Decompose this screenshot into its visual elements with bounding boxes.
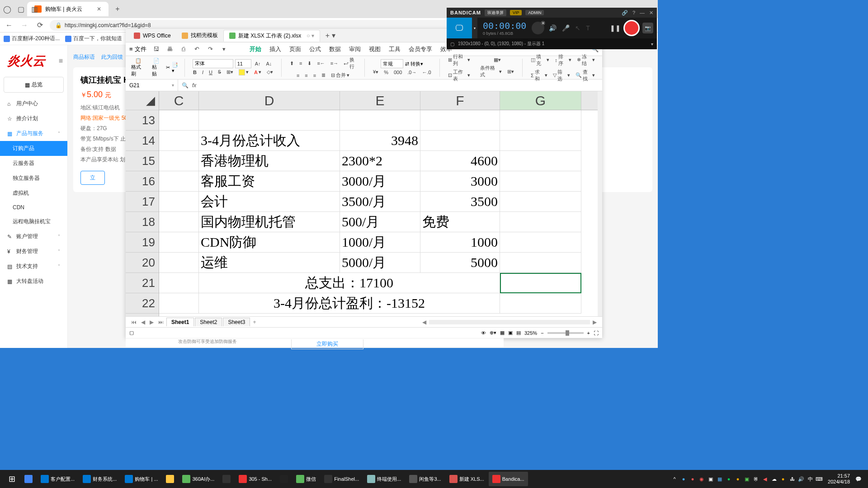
fullscreen-icon[interactable]: ⛶ bbox=[594, 330, 599, 336]
normal-view-icon[interactable]: ▦ bbox=[500, 330, 505, 336]
taskbar-task[interactable] bbox=[219, 472, 234, 486]
screen-mode-button[interactable]: 🖵 bbox=[447, 18, 472, 38]
help-icon[interactable]: ? bbox=[632, 10, 635, 16]
align-right-icon[interactable]: ≡ bbox=[311, 72, 318, 79]
format-brush-label[interactable]: 格式刷 bbox=[131, 64, 146, 77]
font-select[interactable] bbox=[193, 59, 233, 68]
chevron-down-icon[interactable]: ▾ bbox=[172, 83, 174, 88]
redo-icon[interactable]: ↷ bbox=[207, 46, 214, 53]
menu-会员专享[interactable]: 会员专享 bbox=[409, 45, 432, 53]
taskbar-task[interactable]: 闲鱼等3... bbox=[406, 472, 444, 486]
row-header-15[interactable]: 15 bbox=[126, 151, 159, 171]
overview-button[interactable]: ▦总览 bbox=[4, 77, 64, 93]
comma-icon[interactable]: 000 bbox=[392, 69, 404, 76]
increase-font-icon[interactable]: A↑ bbox=[253, 60, 263, 67]
box-icon[interactable]: ▢ bbox=[15, 4, 26, 14]
reload-button[interactable]: ⟳ bbox=[34, 20, 45, 31]
sidebar-item[interactable]: 独立服务器 bbox=[0, 171, 67, 186]
tray-icon[interactable]: ● bbox=[726, 476, 732, 482]
cell[interactable] bbox=[500, 110, 581, 131]
forward-button[interactable]: → bbox=[19, 20, 30, 31]
select-all-corner[interactable]: ◢ bbox=[126, 91, 159, 110]
screenshot-button[interactable]: 📷 bbox=[642, 23, 653, 33]
highlight-button[interactable]: ◇▾ bbox=[265, 68, 275, 76]
zoom-fx-icon[interactable]: 🔍 bbox=[182, 82, 189, 89]
pause-button[interactable]: ❚❚ bbox=[610, 24, 621, 32]
paste-label[interactable]: 粘贴 bbox=[152, 64, 161, 77]
tray-icon[interactable]: ● bbox=[680, 476, 687, 482]
taskbar-task[interactable] bbox=[21, 472, 36, 486]
strike-button[interactable]: S̶ bbox=[216, 68, 223, 76]
decrease-font-icon[interactable]: A↓ bbox=[264, 60, 274, 67]
sheet-tab[interactable]: Sheet2 bbox=[195, 318, 222, 326]
cell[interactable] bbox=[159, 110, 199, 131]
merge-button[interactable]: ⊟ 合并▾ bbox=[329, 71, 351, 80]
decimal-inc-icon[interactable]: .0→ bbox=[406, 69, 418, 76]
taskbar-task[interactable]: 新建 XLS... bbox=[446, 472, 488, 486]
currency-icon[interactable]: ¥▾ bbox=[371, 68, 380, 76]
underline-button[interactable]: U bbox=[207, 69, 214, 76]
copy-icon[interactable]: 📑▾ bbox=[172, 62, 180, 74]
cell[interactable]: 3948 bbox=[340, 131, 420, 151]
number-format-select[interactable] bbox=[381, 59, 403, 68]
taskbar-task[interactable]: 财务系统... bbox=[79, 472, 120, 486]
file-menu[interactable]: ≡文件 bbox=[129, 45, 146, 53]
minimize-icon[interactable]: — bbox=[640, 10, 645, 16]
cell[interactable] bbox=[159, 151, 199, 171]
cell[interactable] bbox=[159, 253, 199, 273]
cell[interactable] bbox=[340, 110, 420, 131]
col-header-D[interactable]: D bbox=[199, 91, 340, 110]
cell[interactable] bbox=[500, 212, 581, 232]
tray-icon[interactable]: ▣ bbox=[744, 476, 750, 482]
preview-icon[interactable]: ⎙ bbox=[180, 46, 187, 53]
cond-format-button[interactable]: 条件格式▾ bbox=[478, 64, 504, 79]
decimal-dec-icon[interactable]: ←.0 bbox=[420, 69, 433, 76]
cell[interactable]: 5000/月 bbox=[340, 253, 420, 273]
find-button[interactable]: 🔍 查找▾ bbox=[574, 68, 597, 83]
close-icon[interactable]: ✕ bbox=[97, 6, 101, 12]
cursor-icon[interactable]: ↖ bbox=[575, 24, 580, 32]
buy-now-button[interactable]: 立即购买 bbox=[291, 339, 363, 349]
percent-icon[interactable]: % bbox=[382, 69, 390, 76]
menu-插入[interactable]: 插入 bbox=[269, 45, 281, 53]
bold-button[interactable]: B bbox=[191, 69, 198, 76]
mic-icon[interactable]: 🎤 bbox=[562, 24, 570, 32]
bandicam-titlebar[interactable]: BANDICAM 班迪录屏 VIP ADMIN 🔗 ? — ✕ bbox=[447, 8, 657, 18]
target-icon[interactable]: ⊕▾ bbox=[490, 330, 496, 336]
status-dropdown[interactable]: ▾ bbox=[651, 42, 653, 47]
clock[interactable]: 21:57 2024/4/18 bbox=[825, 473, 853, 485]
cell[interactable] bbox=[500, 293, 581, 314]
volume-icon[interactable]: 🔊 bbox=[798, 476, 804, 482]
sidebar-item[interactable]: ✎账户管理˅ bbox=[0, 229, 67, 244]
tabs-icon[interactable]: ▥ bbox=[29, 4, 40, 14]
cell-merged[interactable]: 总支出：17100 bbox=[199, 273, 500, 293]
align-middle-icon[interactable]: ≡ bbox=[297, 60, 304, 67]
indent-left-icon[interactable]: ≡← bbox=[315, 60, 326, 67]
sheet-tab[interactable]: Sheet3 bbox=[223, 318, 250, 326]
zoom-level[interactable]: 325% bbox=[524, 330, 537, 336]
sheet-last-icon[interactable]: ⏭ bbox=[156, 319, 165, 325]
cell-merged[interactable]: 3-4月份总计盈利：-13152 bbox=[199, 293, 500, 314]
tray-icon[interactable]: ● bbox=[689, 476, 696, 482]
italic-button[interactable]: I bbox=[200, 69, 205, 76]
cell-style-icon[interactable]: ▦▾ bbox=[492, 56, 503, 64]
font-size-select[interactable] bbox=[235, 59, 251, 68]
taskbar-task[interactable] bbox=[276, 472, 292, 486]
zoom-out-button[interactable]: − bbox=[541, 330, 543, 336]
col-header-E[interactable]: E bbox=[340, 91, 420, 110]
row-header-22[interactable]: 22 bbox=[126, 293, 159, 314]
webcam-avatar[interactable] bbox=[532, 22, 544, 34]
cell[interactable]: 国内物理机托管 bbox=[199, 212, 340, 232]
worksheet-button[interactable]: ⊡ 工作表▾ bbox=[446, 68, 472, 83]
paste-icon[interactable]: 📄 bbox=[153, 58, 160, 64]
cell[interactable] bbox=[500, 232, 581, 253]
fx-icon[interactable]: fx bbox=[192, 82, 196, 89]
tray-icon[interactable]: ▦ bbox=[717, 476, 723, 482]
cell[interactable]: 运维 bbox=[199, 253, 340, 273]
profile-icon[interactable]: ◯ bbox=[2, 4, 13, 14]
align-left-icon[interactable]: ≡ bbox=[295, 72, 301, 79]
cell[interactable]: 3-4月份总计收入 bbox=[199, 131, 340, 151]
cell[interactable]: 免费 bbox=[420, 212, 500, 232]
name-box[interactable]: G21▾ bbox=[126, 80, 178, 91]
link-icon[interactable]: 🔗 bbox=[622, 10, 628, 16]
